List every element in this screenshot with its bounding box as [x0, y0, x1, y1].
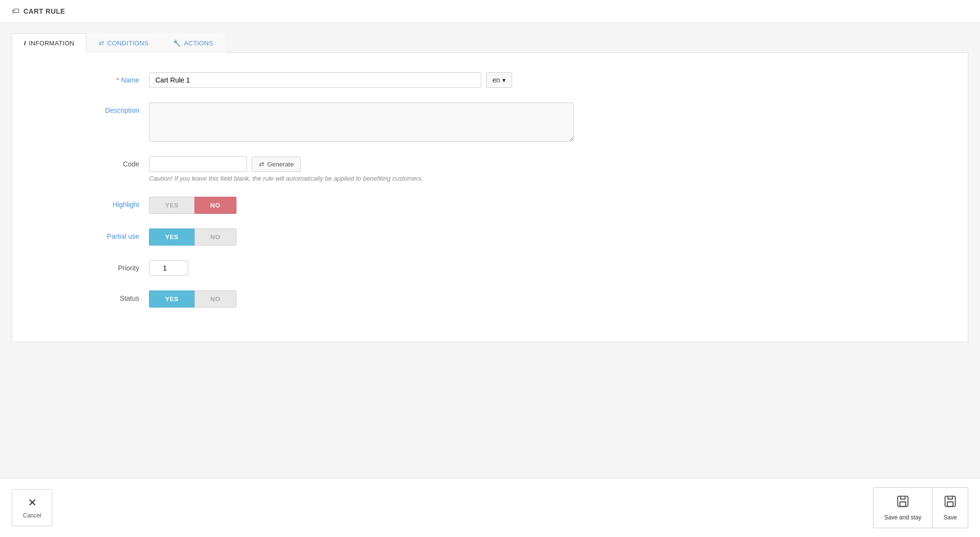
priority-label: Priority	[42, 260, 149, 272]
generate-label: Generate	[267, 161, 294, 168]
save-label: Save	[943, 514, 957, 521]
lang-dropdown[interactable]: en ▾	[486, 72, 512, 88]
status-no-button[interactable]: NO	[194, 290, 237, 308]
save-stay-label: Save and stay	[884, 514, 921, 521]
partial-use-control-wrap: YES NO	[149, 228, 938, 246]
highlight-control-wrap: YES NO	[149, 197, 938, 214]
status-label: Status	[42, 290, 149, 302]
svg-rect-1	[945, 496, 956, 507]
tab-conditions-label: CONDITIONS	[107, 40, 149, 47]
svg-rect-0	[897, 496, 908, 507]
description-label: Description	[42, 103, 149, 114]
tab-conditions[interactable]: ⇄ CONDITIONS	[86, 33, 161, 53]
main-content: i INFORMATION ⇄ CONDITIONS 🔧 ACTIONS Nam…	[0, 23, 980, 478]
chevron-down-icon: ▾	[502, 76, 506, 84]
generate-icon: ⇄	[259, 161, 264, 168]
tab-actions-label: ACTIONS	[184, 40, 213, 47]
tag-icon: 🏷	[12, 7, 20, 16]
code-caution-text: Caution! If you leave this field blank, …	[149, 175, 423, 182]
highlight-row: Highlight YES NO	[42, 197, 938, 214]
name-control-wrap: en ▾	[149, 72, 938, 88]
code-control-wrap: ⇄ Generate Caution! If you leave this fi…	[149, 156, 938, 182]
description-control-wrap	[149, 103, 938, 142]
status-control-wrap: YES NO	[149, 290, 938, 308]
highlight-label: Highlight	[42, 197, 149, 208]
partial-use-label: Partial use	[42, 228, 149, 240]
lang-value: en	[492, 76, 500, 84]
partial-use-row: Partial use YES NO	[42, 228, 938, 246]
wrench-icon: 🔧	[173, 40, 181, 47]
name-label: Name	[42, 72, 149, 84]
highlight-no-button[interactable]: NO	[194, 197, 237, 214]
page-header: 🏷 CART RULE	[0, 0, 980, 23]
status-yes-button[interactable]: YES	[149, 290, 194, 308]
highlight-yes-button[interactable]: YES	[149, 197, 194, 214]
status-toggle: YES NO	[149, 290, 236, 308]
status-row: Status YES NO	[42, 290, 938, 308]
generate-button[interactable]: ⇄ Generate	[252, 157, 301, 172]
cancel-label: Cancel	[23, 512, 41, 519]
code-input-row: ⇄ Generate	[149, 156, 423, 172]
save-button[interactable]: Save	[932, 487, 968, 528]
save-icon	[943, 495, 957, 511]
highlight-toggle: YES NO	[149, 197, 236, 214]
form-card: Name en ▾ Description Code	[12, 53, 968, 342]
page-title: CART RULE	[23, 7, 65, 15]
priority-input[interactable]	[149, 260, 188, 276]
priority-row: Priority	[42, 260, 938, 276]
save-and-stay-button[interactable]: Save and stay	[873, 487, 932, 528]
code-input[interactable]	[149, 156, 247, 172]
tab-bar: i INFORMATION ⇄ CONDITIONS 🔧 ACTIONS	[12, 33, 968, 53]
code-label: Code	[42, 156, 149, 168]
cancel-icon: ✕	[28, 496, 37, 509]
tab-information[interactable]: i INFORMATION	[12, 33, 86, 53]
info-icon: i	[24, 40, 26, 47]
partial-yes-button[interactable]: YES	[149, 228, 194, 246]
name-row: Name en ▾	[42, 72, 938, 88]
toolbar-left: ✕ Cancel	[12, 489, 52, 526]
tab-actions[interactable]: 🔧 ACTIONS	[161, 33, 225, 53]
partial-use-toggle: YES NO	[149, 228, 236, 246]
tab-information-label: INFORMATION	[29, 40, 74, 47]
code-row: Code ⇄ Generate Caution! If you leave th…	[42, 156, 938, 182]
partial-no-button[interactable]: NO	[194, 228, 237, 246]
bottom-toolbar: ✕ Cancel Save and stay Save	[0, 478, 980, 537]
priority-control-wrap	[149, 260, 938, 276]
description-row: Description	[42, 103, 938, 142]
description-input[interactable]	[149, 103, 574, 142]
toolbar-right: Save and stay Save	[873, 487, 968, 528]
save-stay-icon	[896, 495, 910, 511]
shuffle-icon: ⇄	[99, 40, 104, 47]
name-input[interactable]	[149, 72, 481, 88]
code-field-wrap: ⇄ Generate Caution! If you leave this fi…	[149, 156, 423, 182]
cancel-button[interactable]: ✕ Cancel	[12, 489, 52, 526]
